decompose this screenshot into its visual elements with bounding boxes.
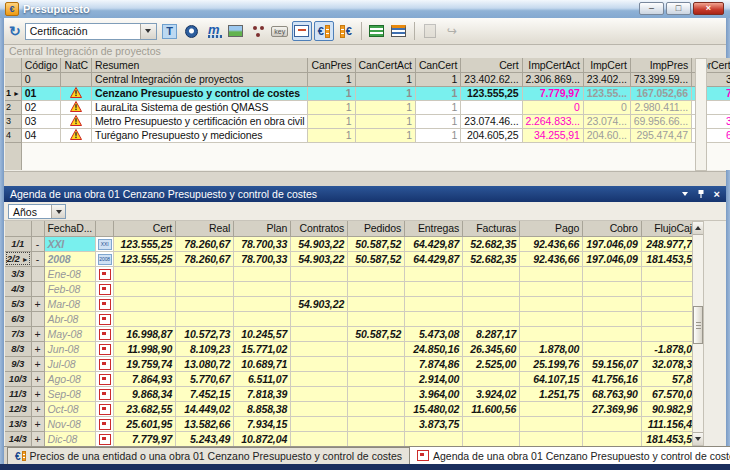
cell-plan[interactable] (234, 266, 291, 281)
cell-date-icon[interactable]: XXI (96, 236, 114, 251)
row-selector[interactable]: 1/1 (5, 236, 31, 251)
column-euro-icon[interactable] (336, 21, 356, 41)
cell-contratos[interactable] (291, 341, 348, 356)
row-selector[interactable]: 6/3 (5, 311, 31, 326)
cell-pedidos[interactable] (348, 386, 405, 401)
cell-pago[interactable] (520, 281, 583, 296)
cell-imppres[interactable]: 69.956.66... (630, 114, 691, 128)
cell-date-icon[interactable] (96, 431, 114, 446)
cell-pago[interactable]: 1.878,00 (520, 341, 583, 356)
projects-grid-scrollbar[interactable] (695, 58, 707, 171)
cell-fecha[interactable]: Abr-08 (44, 311, 96, 326)
expand-toggle[interactable]: + (31, 341, 44, 356)
cell-fecha[interactable]: Ago-08 (44, 371, 96, 386)
cell-real[interactable]: 5.770,67 (176, 371, 234, 386)
cell-cobro[interactable] (583, 341, 642, 356)
cell-real[interactable] (176, 281, 234, 296)
cell-facturas[interactable]: 2.525,00 (463, 356, 520, 371)
cell-fecha[interactable]: Mar-08 (44, 296, 96, 311)
cell-entregas[interactable]: 2.914,00 (405, 371, 463, 386)
cell-real[interactable]: 5.243,49 (176, 431, 234, 446)
cell-pedidos[interactable] (348, 416, 405, 431)
cell-contratos[interactable] (291, 266, 348, 281)
row-selector[interactable]: 5/3 (5, 296, 31, 311)
scroll-thumb[interactable] (693, 306, 703, 344)
cell-facturas[interactable]: 26.345,60 (463, 341, 520, 356)
cell-real[interactable]: 7.452,15 (176, 386, 234, 401)
scroll-up-button[interactable] (693, 222, 703, 235)
cell-codigo[interactable]: 02 (21, 100, 61, 114)
cell-facturas[interactable]: 3.924,02 (463, 386, 520, 401)
cell-contratos[interactable] (291, 356, 348, 371)
cell-contratos[interactable]: 54.903,22 (291, 236, 348, 251)
cell-entregas[interactable] (405, 296, 463, 311)
cell-facturas[interactable]: 11.600,56 (463, 401, 520, 416)
cell-impcert[interactable]: 23.074... (583, 114, 630, 128)
cell-plan[interactable]: 10.872,04 (234, 431, 291, 446)
cell-cobro[interactable] (583, 281, 642, 296)
cell-cert[interactable]: 9.868,34 (114, 386, 176, 401)
cell-cert[interactable] (114, 281, 176, 296)
column-header-cobro[interactable]: Cobro (583, 221, 642, 236)
period-selector[interactable]: Años (8, 204, 66, 219)
cell-pedidos[interactable] (348, 341, 405, 356)
cell-date-icon[interactable] (96, 401, 114, 416)
cell-pago[interactable]: 1.251,75 (520, 386, 583, 401)
column-header-imppres[interactable]: ImpPres (630, 58, 691, 72)
cell-impcert[interactable]: 0 (583, 100, 630, 114)
cell-plan[interactable] (234, 281, 291, 296)
column-header-codigo[interactable]: Código (21, 58, 61, 72)
hierarchy-icon[interactable] (248, 21, 268, 41)
cell-pago[interactable] (520, 296, 583, 311)
expand-toggle[interactable] (31, 281, 44, 296)
cell-plan[interactable] (234, 296, 291, 311)
cell-natc[interactable] (61, 86, 92, 100)
cell-canpres[interactable]: 1 (308, 114, 355, 128)
column-header-canpres[interactable]: CanPres (308, 58, 355, 72)
expand-toggle[interactable]: + (31, 401, 44, 416)
cell-fecha[interactable]: Sep-08 (44, 386, 96, 401)
cell-real[interactable] (176, 266, 234, 281)
cell-real[interactable] (176, 296, 234, 311)
cell-plan[interactable]: 10.245,57 (234, 326, 291, 341)
redo-icon[interactable] (442, 21, 462, 41)
cell-real[interactable]: 10.572,73 (176, 326, 234, 341)
cell-real[interactable]: 14.449,02 (176, 401, 234, 416)
column-header-entregas[interactable]: Entregas (405, 221, 463, 236)
cell-entregas[interactable] (405, 311, 463, 326)
cell-real[interactable]: 8.109,23 (176, 341, 234, 356)
column-header-cancertact[interactable]: CanCertAct (355, 58, 415, 72)
row-selector[interactable]: 2 (5, 100, 21, 114)
row-selector[interactable]: 7/3 (5, 326, 31, 341)
cell-pago[interactable]: 92.436,66 (520, 236, 583, 251)
cell-pedidos[interactable]: 50.587,52 (348, 251, 405, 266)
cell-cancertact[interactable]: 1 (355, 114, 415, 128)
cell-date-icon[interactable]: 2008 (96, 251, 114, 266)
cell-contratos[interactable] (291, 311, 348, 326)
cell-plan[interactable] (234, 311, 291, 326)
row-selector[interactable]: 9/3 (5, 356, 31, 371)
agenda-grid-scrollbar[interactable] (692, 221, 704, 446)
cell-entregas[interactable]: 5.473,08 (405, 326, 463, 341)
column-header-pago[interactable]: Pago (520, 221, 583, 236)
cell-facturas[interactable] (463, 416, 520, 431)
row-selector[interactable]: 12/3 (5, 401, 31, 416)
image-icon[interactable] (226, 21, 246, 41)
cell-facturas[interactable]: 52.682,35 (463, 251, 520, 266)
cell-resumen[interactable]: Metro Presupuesto y certificación en obr… (91, 114, 307, 128)
cell-imppres[interactable]: 295.474,47 (630, 128, 691, 142)
cell-entregas[interactable]: 24.850,16 (405, 341, 463, 356)
mode-selector[interactable]: Certificación (25, 23, 157, 40)
cell-cert[interactable]: 23.074.46... (461, 114, 522, 128)
green-grid-icon[interactable] (367, 21, 387, 41)
cell-canpres[interactable]: 1 (308, 128, 355, 142)
expand-toggle[interactable]: + (31, 356, 44, 371)
row-selector[interactable]: 8/3 (5, 341, 31, 356)
cell-fecha[interactable]: 2008 (44, 251, 96, 266)
cell-plan[interactable]: 78.700,33 (234, 236, 291, 251)
cell-contratos[interactable] (291, 281, 348, 296)
expand-toggle[interactable]: - (31, 236, 44, 251)
row-selector[interactable]: 2/2► (5, 251, 31, 266)
expand-toggle[interactable]: + (31, 326, 44, 341)
column-header-cert[interactable]: Cert (114, 221, 176, 236)
